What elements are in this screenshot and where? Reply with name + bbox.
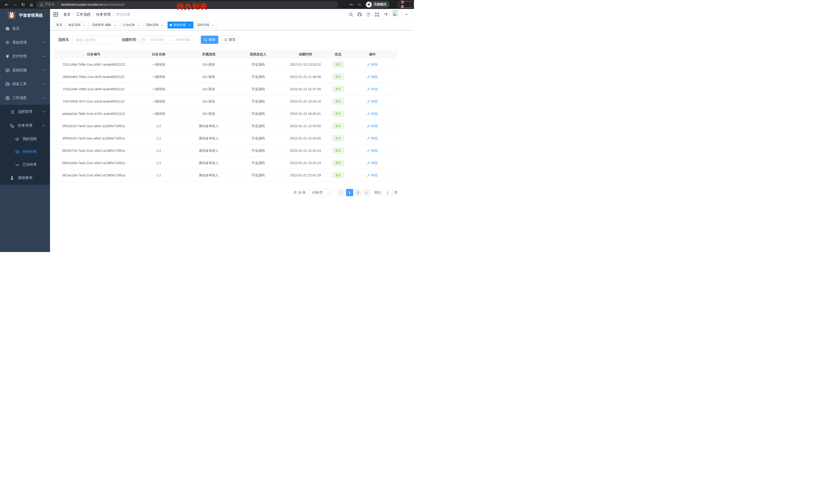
cell-starter: 芋道源码 (234, 136, 283, 141)
sidebar-item-task-management[interactable]: 任务管理 (0, 119, 50, 133)
page-tab[interactable]: 流程详情 × (195, 21, 217, 29)
reset-button[interactable]: 重置 (221, 36, 238, 44)
header-actions: ? TT ▾ (348, 9, 407, 20)
sidebar-item-label: 工作流程 (12, 96, 27, 100)
edit-pencil-icon (367, 63, 370, 66)
prev-page-button[interactable]: ‹ (338, 189, 345, 196)
hamburger-icon[interactable] (53, 12, 58, 17)
app-header: 首页 / 工作流程 / 任务管理 / 待办任务 ? (50, 9, 414, 20)
tab-label: 发起流程 (68, 23, 81, 27)
browser-home-icon[interactable]: ⌂ (28, 0, 34, 9)
sidebar-item-workflow[interactable]: 工作流程 (0, 91, 50, 105)
page-tab[interactable]: 已办任务 × (120, 21, 142, 29)
chevron-down-icon (42, 42, 45, 44)
search-button[interactable]: 搜索 (201, 36, 218, 44)
browser-reload-icon[interactable]: ↻ (20, 0, 26, 9)
tags-view-bar: 首页 × 发起流程 × 流程表单-编辑 × 已办任务 × 我的流程 × 待办任务 (50, 20, 414, 30)
sidebar-item-process-management[interactable]: 流程管理 (0, 105, 50, 119)
page-tab[interactable]: 待办任务 × (167, 21, 194, 29)
browser-back-icon[interactable]: ← (4, 0, 10, 9)
cell-status: 激活 (328, 135, 348, 141)
url-divider (58, 3, 58, 6)
cell-actions: 审批 (348, 62, 397, 67)
page-tab[interactable]: 首页 × (54, 21, 65, 29)
avatar-caret-icon[interactable]: ▾ (406, 13, 407, 16)
approve-link[interactable]: 审批 (367, 75, 378, 79)
tab-close-icon[interactable]: × (188, 23, 191, 27)
sidebar-item-payment[interactable]: ¥ 支付管理 (0, 49, 50, 63)
chevron-up-icon (42, 125, 45, 127)
sidebar-item-leave-query[interactable]: 请假查询 (0, 171, 50, 185)
avatar[interactable] (392, 10, 402, 19)
page-tab[interactable]: 流程表单-编辑 × (89, 21, 119, 29)
goto-page-input[interactable] (382, 189, 393, 196)
date-range-picker[interactable]: 开始日期 - 结束日期 (138, 36, 198, 44)
tab-close-icon[interactable]: × (113, 23, 117, 27)
tab-close-icon[interactable]: × (82, 23, 86, 27)
approve-link[interactable]: 审批 (367, 111, 378, 116)
tab-label: 首页 (56, 23, 62, 27)
col-process: 所属流程 (184, 52, 234, 57)
status-badge: 激活 (332, 172, 344, 178)
approve-label: 审批 (371, 87, 378, 92)
approve-link[interactable]: 审批 (367, 62, 378, 67)
status-badge: 激活 (332, 86, 344, 92)
refresh-icon (224, 38, 227, 42)
cell-created: 2022-01-22 21:48:48 (283, 75, 328, 79)
fullscreen-icon[interactable] (375, 12, 379, 17)
eye-closed-icon (15, 163, 19, 167)
cell-task-name: 一级审批 (133, 99, 184, 104)
tab-close-icon[interactable]: × (160, 23, 164, 27)
breadcrumb-task-management[interactable]: 任务管理 (96, 12, 111, 17)
help-icon[interactable]: ? (366, 12, 371, 17)
bookmark-star-icon[interactable]: ☆ (358, 0, 361, 9)
sidebar-item-system[interactable]: ⚙ 系统管理 (0, 36, 50, 49)
col-task-id: 任务编号 (54, 52, 133, 57)
sidebar-item-dev-tools[interactable]: 研发工具 (0, 77, 50, 91)
browser-forward-icon[interactable]: → (12, 0, 18, 9)
table-row: 73211d9d-7b9b-11ec-b5b7-acde48001122 一级审… (54, 58, 397, 71)
approve-link[interactable]: 审批 (367, 99, 378, 104)
tab-close-icon[interactable]: × (137, 23, 140, 27)
page-button-1[interactable]: 1 (346, 189, 353, 196)
cell-task-id: a6aba0a4-7b6d-11ec-b781-acde48001122 (54, 112, 133, 116)
next-page-button[interactable]: › (363, 189, 370, 196)
page-tab[interactable]: 我的流程 × (144, 21, 166, 29)
sidebar-item-home[interactable]: 首页 (0, 22, 50, 36)
update-button[interactable]: 更新 ⋮ (398, 1, 414, 8)
col-actions: 操作 (348, 52, 397, 57)
approve-link[interactable]: 审批 (367, 87, 378, 92)
key-icon[interactable] (349, 2, 354, 7)
cell-process: OA 请假 (184, 75, 234, 79)
page-button-2[interactable]: 2 (355, 189, 362, 196)
font-size-icon[interactable]: TT (383, 12, 388, 17)
github-icon[interactable] (357, 12, 362, 17)
search-icon[interactable] (348, 12, 353, 17)
approve-link[interactable]: 审批 (367, 161, 378, 165)
sidebar-item-todo-tasks[interactable]: 待办任务 (0, 145, 50, 158)
list-icon (10, 110, 14, 114)
approve-link[interactable]: 审批 (367, 136, 378, 141)
approve-link[interactable]: 审批 (367, 173, 378, 178)
app-logo[interactable]: 芋道管理系统 (0, 9, 50, 22)
cell-process: OA 请假 (184, 111, 234, 116)
calendar-icon (141, 38, 145, 42)
sidebar-item-done-tasks[interactable]: 已办任务 (0, 158, 50, 171)
tab-close-icon[interactable]: × (211, 23, 215, 27)
edit-pencil-icon (367, 149, 370, 152)
breadcrumb-home[interactable]: 首页 (64, 12, 71, 17)
process-name-input[interactable] (72, 36, 119, 44)
table-row: a6aba0a4-7b6d-11ec-b781-acde48001122 一级审… (54, 108, 397, 120)
page-size-select[interactable]: 10条/页 (309, 189, 333, 196)
browser-menu-icon[interactable]: ⋮ (409, 3, 412, 6)
sidebar-item-infrastructure[interactable]: 基础设施 (0, 63, 50, 77)
sidebar-item-my-process[interactable]: 我的流程 (0, 133, 50, 145)
approve-link[interactable]: 审批 (367, 148, 378, 153)
chevron-down-icon (42, 111, 45, 113)
cell-status: 激活 (328, 61, 348, 67)
breadcrumb-workflow[interactable]: 工作流程 (76, 12, 90, 17)
cell-task-id: 8f059c03-7ac8-11ec-a9e2-a2380e71991a (54, 136, 133, 140)
tab-label: 待办任务 (173, 23, 186, 27)
page-tab[interactable]: 发起流程 × (66, 21, 88, 29)
approve-link[interactable]: 审批 (367, 124, 378, 129)
